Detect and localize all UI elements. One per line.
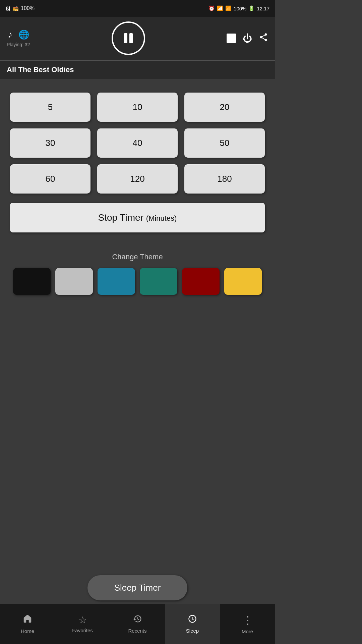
theme-swatch-yellow[interactable]	[224, 268, 262, 295]
timer-btn-60[interactable]: 60	[10, 164, 90, 194]
globe-icon[interactable]: 🌐	[18, 30, 29, 40]
photo-icon: 🖼	[5, 6, 10, 11]
nav-item-more[interactable]: ⋮ More	[220, 604, 275, 644]
recents-icon	[133, 614, 142, 626]
timer-btn-10[interactable]: 10	[97, 93, 178, 122]
timer-grid: 5 10 20 30 40 50 60 120 180	[10, 93, 265, 194]
theme-swatch-blue[interactable]	[98, 268, 135, 295]
nav-sleep-label: Sleep	[186, 628, 199, 634]
theme-swatch-black[interactable]	[13, 268, 51, 295]
share-icon[interactable]	[259, 33, 268, 44]
stop-timer-suffix: (Minutes)	[146, 214, 177, 222]
theme-swatch-teal[interactable]	[140, 268, 177, 295]
timer-section: 5 10 20 30 40 50 60 120 180 Stop Timer (…	[0, 79, 275, 253]
station-name: All The Best Oldies	[0, 61, 275, 79]
timer-btn-50[interactable]: 50	[184, 128, 265, 158]
pause-button[interactable]	[112, 21, 145, 55]
status-right: ⏰ 📶 📶 100% 🔋 12:17	[208, 5, 269, 11]
sleep-timer-button[interactable]: Sleep Timer	[87, 575, 188, 600]
timer-btn-180[interactable]: 180	[184, 164, 265, 194]
battery-level: 100%	[234, 6, 246, 11]
bottom-nav: Home ☆ Favorites Recents Sleep ⋮ More	[0, 604, 275, 644]
home-icon	[22, 614, 33, 626]
timer-btn-30[interactable]: 30	[10, 128, 90, 158]
sleep-icon	[188, 614, 197, 626]
nav-recents-label: Recents	[128, 628, 146, 634]
timer-btn-5[interactable]: 5	[10, 93, 90, 122]
nav-favorites-label: Favorites	[72, 628, 93, 633]
nav-home-label: Home	[21, 628, 34, 634]
stop-timer-button[interactable]: Stop Timer (Minutes)	[10, 203, 265, 232]
alarm-icon: ⏰	[208, 5, 215, 11]
theme-section: Change Theme	[0, 253, 275, 295]
signal-icon: 📶	[225, 5, 232, 11]
wifi-icon: 📶	[217, 5, 223, 11]
nav-more-label: More	[242, 629, 253, 634]
stop-icon[interactable]	[227, 34, 236, 43]
timer-btn-40[interactable]: 40	[97, 128, 178, 158]
header-right-controls: ⏻	[227, 33, 268, 44]
favorites-icon: ☆	[78, 614, 87, 626]
power-icon[interactable]: ⏻	[243, 33, 252, 44]
radio-icon: 📻	[12, 5, 19, 11]
theme-swatch-gray[interactable]	[55, 268, 93, 295]
nav-item-favorites[interactable]: ☆ Favorites	[55, 604, 110, 644]
timer-btn-120[interactable]: 120	[97, 164, 178, 194]
sleep-section: Sleep Timer	[0, 575, 275, 600]
status-left: 🖼 📻 100%	[5, 5, 35, 11]
svg-rect-0	[26, 617, 27, 619]
music-note-icon[interactable]: ♪	[8, 29, 12, 40]
pause-icon	[124, 33, 133, 43]
stop-timer-label: Stop Timer	[98, 212, 146, 223]
header-left-controls: ♪ 🌐 Playing: 32	[7, 29, 30, 47]
nav-item-sleep[interactable]: Sleep	[165, 604, 220, 644]
more-icon: ⋮	[242, 614, 252, 627]
time-display: 12:17	[257, 6, 269, 11]
theme-title: Change Theme	[10, 253, 265, 261]
theme-colors	[10, 268, 265, 295]
nav-item-home[interactable]: Home	[0, 604, 55, 644]
header-center	[112, 21, 145, 55]
nav-item-recents[interactable]: Recents	[110, 604, 165, 644]
player-header: ♪ 🌐 Playing: 32 ⏻	[0, 17, 275, 61]
status-number: 100%	[21, 5, 35, 11]
theme-swatch-red[interactable]	[182, 268, 220, 295]
playing-label: Playing: 32	[7, 42, 30, 47]
battery-icon: 🔋	[248, 5, 255, 11]
status-bar: 🖼 📻 100% ⏰ 📶 📶 100% 🔋 12:17	[0, 0, 275, 17]
timer-btn-20[interactable]: 20	[184, 93, 265, 122]
